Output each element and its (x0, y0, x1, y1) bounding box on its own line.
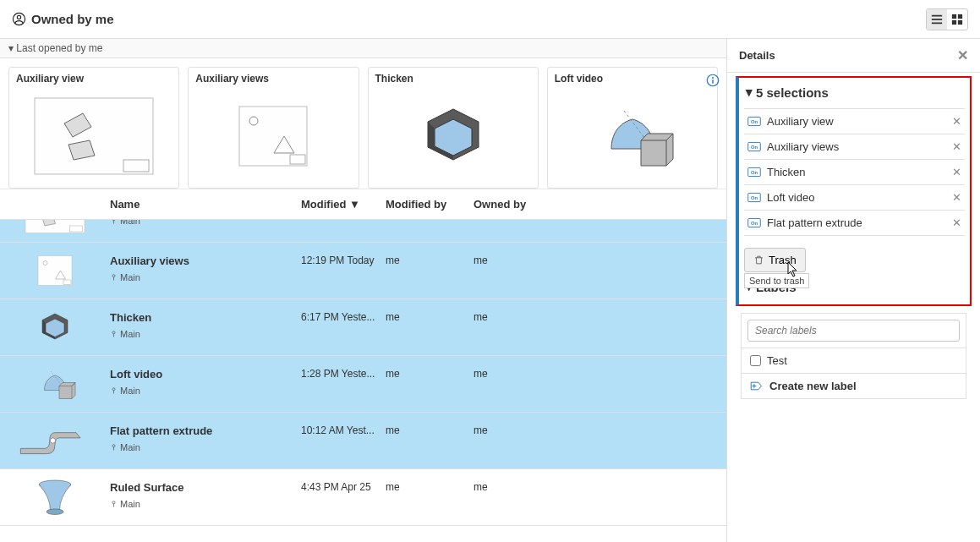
recent-card[interactable]: Auxiliary view (8, 67, 179, 189)
branch-icon (110, 444, 118, 452)
table-row[interactable]: Auxiliary view Main 3:43 PM Today me me (0, 220, 726, 243)
table-row[interactable]: Ruled Surface Main 4:43 PM Apr 25 me me (0, 469, 726, 526)
row-thumbnail (0, 220, 110, 242)
card-title: Thicken (375, 73, 531, 85)
owner-icon (12, 12, 26, 26)
page-title: Owned by me (12, 12, 114, 26)
card-title: Auxiliary views (195, 73, 351, 85)
document-icon: On (747, 116, 761, 127)
svg-rect-9 (35, 98, 153, 174)
row-branch: Main (110, 386, 301, 396)
row-thumbnail (0, 356, 110, 412)
row-modified: 12:19 PM Today (301, 243, 386, 266)
grid-icon (951, 14, 963, 25)
chevron-down-icon: ▾ (746, 85, 753, 100)
recent-card[interactable]: Auxiliary views (188, 67, 359, 189)
row-branch: Main (110, 442, 301, 452)
remove-selection-icon[interactable]: ✕ (952, 191, 961, 204)
document-icon: On (747, 141, 761, 152)
col-modified-by[interactable]: Modified by (386, 198, 474, 211)
selection-label: Auxiliary view (767, 115, 834, 128)
row-owned-by: me (474, 243, 726, 266)
card-thumbnail (195, 90, 351, 183)
selections-header[interactable]: ▾ 5 selections (744, 81, 965, 108)
row-owned-by: me (474, 469, 726, 493)
selection-item: OnAuxiliary view✕ (744, 108, 965, 134)
table-row[interactable]: Auxiliary views Main 12:19 PM Today me m… (0, 243, 726, 299)
selection-item: OnThicken✕ (744, 159, 965, 184)
selection-list: OnAuxiliary view✕OnAuxiliary views✕OnThi… (744, 108, 965, 236)
svg-rect-8 (958, 19, 962, 24)
recent-card[interactable]: Thicken (368, 67, 539, 189)
info-icon[interactable] (705, 73, 720, 88)
row-modified-by: me (386, 243, 474, 266)
table-row[interactable]: Loft video Main 1:28 PM Yeste... me me (0, 356, 726, 413)
remove-selection-icon[interactable]: ✕ (952, 115, 961, 128)
row-thumbnail (0, 299, 110, 355)
trash-button[interactable]: Trash (744, 248, 806, 272)
grid-view-button[interactable] (947, 9, 967, 30)
card-title: Auxiliary view (16, 73, 172, 85)
svg-text:On: On (751, 145, 758, 150)
table-row[interactable]: Thicken Main 6:17 PM Yeste... me me (0, 299, 726, 356)
row-modified-by: me (386, 356, 474, 380)
svg-rect-6 (958, 14, 962, 18)
branch-icon (110, 220, 118, 225)
svg-rect-4 (932, 22, 942, 24)
label-item[interactable]: Test (742, 348, 966, 373)
remove-selection-icon[interactable]: ✕ (952, 166, 961, 178)
label-checkbox[interactable] (750, 355, 761, 366)
row-name: Flat pattern extrude (110, 424, 301, 437)
row-owned-by: me (474, 413, 726, 436)
col-name[interactable]: Name (110, 198, 301, 211)
list-view-button[interactable] (927, 9, 947, 30)
svg-rect-5 (952, 14, 956, 18)
close-details-icon[interactable]: ✕ (957, 47, 968, 63)
trash-tooltip: Send to trash (744, 273, 809, 288)
sort-dropdown[interactable]: ▾ Last opened by me (0, 39, 726, 58)
svg-rect-11 (239, 107, 307, 166)
card-title: Loft video (555, 73, 710, 85)
branch-icon (110, 387, 118, 395)
table-header: Name Modified ▼ Modified by Owned by (0, 189, 726, 220)
svg-text:On: On (751, 119, 758, 124)
card-thumbnail (375, 90, 531, 183)
row-name: Auxiliary views (110, 255, 301, 267)
svg-text:On: On (751, 221, 758, 226)
row-branch: Main (110, 220, 301, 226)
trash-icon (753, 255, 764, 266)
svg-point-21 (112, 331, 115, 333)
remove-selection-icon[interactable]: ✕ (952, 216, 961, 229)
remove-selection-icon[interactable]: ✕ (952, 140, 961, 153)
selection-item: OnLoft video✕ (744, 184, 965, 210)
row-modified-by: me (386, 469, 474, 493)
row-name: Loft video (110, 368, 301, 380)
row-modified-by: me (386, 413, 474, 436)
create-new-label[interactable]: Create new label (742, 373, 966, 398)
row-modified-by: me (386, 299, 474, 323)
svg-rect-30 (712, 79, 714, 84)
list-icon (931, 14, 943, 25)
search-labels-input[interactable] (747, 320, 960, 342)
selection-label: Flat pattern extrude (767, 216, 862, 229)
selection-item: OnFlat pattern extrude✕ (744, 210, 965, 236)
col-owned-by[interactable]: Owned by (474, 198, 726, 211)
selection-item: OnAuxiliary views✕ (744, 134, 965, 159)
svg-point-24 (112, 444, 115, 446)
view-toggle (926, 8, 968, 30)
recent-cards: Auxiliary viewAuxiliary viewsThickenLoft… (0, 58, 726, 189)
selection-label: Auxiliary views (767, 140, 839, 153)
col-modified[interactable]: Modified ▼ (301, 198, 386, 211)
details-panel: Details ✕ ▾ 5 selections OnAuxiliary vie… (726, 39, 980, 542)
recent-card[interactable]: Loft video (547, 67, 718, 189)
row-thumbnail (0, 413, 110, 468)
svg-rect-3 (932, 19, 942, 20)
document-icon: On (747, 167, 761, 178)
row-name: Thicken (110, 311, 301, 324)
row-modified: 6:17 PM Yeste... (301, 299, 386, 323)
table-row[interactable]: Flat pattern extrude Main 10:12 AM Yest.… (0, 413, 726, 469)
document-list: Auxiliary view Main 3:43 PM Today me me … (0, 220, 726, 542)
svg-point-27 (112, 501, 115, 503)
svg-text:On: On (751, 195, 758, 200)
svg-text:On: On (751, 170, 758, 175)
